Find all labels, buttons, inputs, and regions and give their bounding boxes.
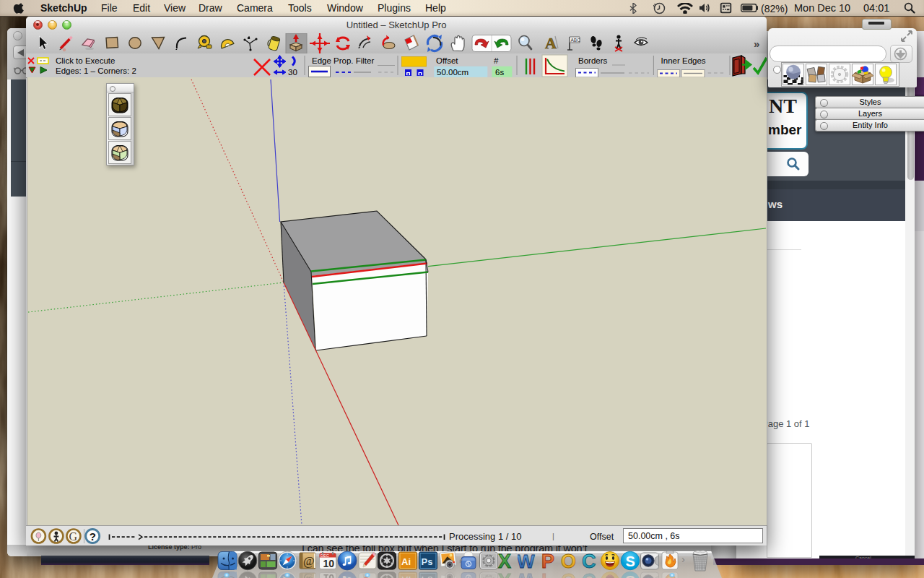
svg-text:O: O [561,551,576,571]
svg-text:X: X [498,571,511,578]
svg-text:Ai: Ai [401,574,411,578]
svg-text:P: P [541,571,554,578]
svg-text:@: @ [303,574,315,578]
svg-text:W: W [518,571,535,578]
svg-text:Ps: Ps [422,574,433,578]
svg-text:DEC: DEC [321,553,329,558]
svg-text:C: C [582,571,596,578]
svg-text:Ai: Ai [401,556,411,567]
svg-text:O: O [561,571,576,578]
svg-text:S: S [626,553,635,569]
svg-text:X: X [498,551,511,571]
svg-text:S: S [626,573,635,578]
svg-text:10: 10 [323,558,335,569]
svg-text:W: W [518,551,535,571]
svg-text:10: 10 [323,572,335,578]
svg-text:@: @ [303,554,315,568]
svg-text:P: P [541,551,554,571]
svg-text:Ps: Ps [422,556,433,567]
svg-text:C: C [582,551,596,571]
